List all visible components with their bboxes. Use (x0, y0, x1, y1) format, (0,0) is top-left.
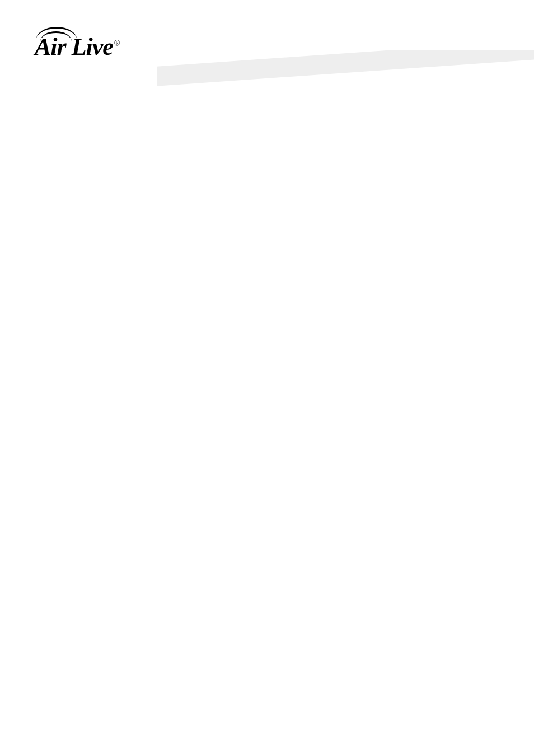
brand-logo: Air Live® (35, 32, 120, 61)
registered-icon: ® (114, 39, 120, 48)
header-swoosh-graphic (157, 50, 534, 112)
page-header: Air Live® (0, 0, 534, 112)
